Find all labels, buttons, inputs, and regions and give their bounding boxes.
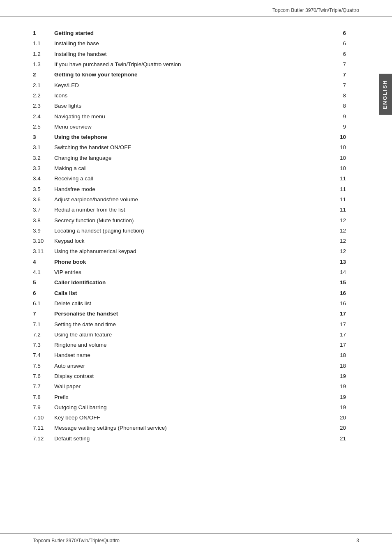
toc-page: 17	[331, 340, 346, 350]
toc-title: Outgoing Call barring	[54, 403, 331, 413]
footer-left: Topcom Butler 3970/Twin/Triple/Quattro	[33, 538, 120, 543]
toc-title: Icons	[54, 91, 331, 101]
toc-number: 1.1	[33, 39, 54, 49]
toc-title: Delete calls list	[54, 299, 331, 309]
toc-title: Keypad lock	[54, 236, 331, 246]
toc-row: 2.2Icons8	[33, 91, 346, 101]
toc-page: 12	[331, 236, 346, 246]
toc-table: 1Getting started61.1Installing the base6…	[33, 28, 346, 444]
toc-number: 1.2	[33, 49, 54, 60]
top-header: Topcom Butler 3970/Twin/Triple/Quattro	[0, 0, 392, 17]
toc-row: 7.8Prefix19	[33, 392, 346, 402]
toc-title: Caller Identification	[54, 278, 331, 288]
side-tab-english: ENGLISH	[379, 74, 392, 115]
toc-number: 7.1	[33, 319, 54, 329]
toc-page: 17	[331, 330, 346, 340]
toc-row: 6.1Delete calls list16	[33, 299, 346, 309]
toc-title: Using the alarm feature	[54, 330, 331, 340]
toc-title: Wall paper	[54, 382, 331, 392]
toc-number: 3.2	[33, 153, 54, 164]
toc-title: Key beep ON/OFF	[54, 413, 331, 423]
toc-number: 3.4	[33, 174, 54, 184]
footer-right: 3	[356, 538, 359, 543]
toc-number: 6.1	[33, 299, 54, 309]
toc-number: 3.3	[33, 164, 54, 174]
toc-page: 17	[331, 309, 346, 319]
toc-page: 18	[331, 350, 346, 361]
toc-row: 7.11Message waiting settings (Phonemail …	[33, 423, 346, 433]
toc-number: 7.12	[33, 434, 54, 444]
toc-number: 7	[33, 309, 54, 319]
toc-row: 4.1VIP entries14	[33, 267, 346, 278]
toc-row: 2.4Navigating the menu9	[33, 111, 346, 122]
toc-title: Receiving a call	[54, 174, 331, 184]
toc-row: 3.7Redial a number from the list11	[33, 205, 346, 215]
toc-number: 3.5	[33, 184, 54, 194]
toc-row: 7.10Key beep ON/OFF20	[33, 413, 346, 423]
toc-title: Navigating the menu	[54, 111, 331, 122]
toc-page: 9	[331, 111, 346, 122]
toc-row: 7.12Default setting21	[33, 434, 346, 444]
toc-title: Prefix	[54, 392, 331, 402]
toc-row: 3.6Adjust earpiece/handsfree volume11	[33, 195, 346, 205]
toc-title: Ringtone and volume	[54, 340, 331, 350]
toc-page: 19	[331, 403, 346, 413]
toc-page: 7	[331, 60, 346, 70]
toc-number: 2	[33, 70, 54, 80]
toc-page: 9	[331, 122, 346, 132]
toc-number: 3.6	[33, 195, 54, 205]
toc-page: 13	[331, 257, 346, 267]
toc-row: 3.3Making a call10	[33, 164, 346, 174]
toc-page: 11	[331, 184, 346, 194]
toc-title: Menu overview	[54, 122, 331, 132]
toc-page: 11	[331, 205, 346, 215]
toc-number: 7.6	[33, 371, 54, 382]
toc-page: 19	[331, 382, 346, 392]
toc-number: 3.8	[33, 215, 54, 226]
toc-title: If you have purchased a Twin/Triple/Quat…	[54, 60, 331, 70]
toc-number: 3.7	[33, 205, 54, 215]
toc-row: 2.1Keys/LED7	[33, 80, 346, 90]
toc-title: Default setting	[54, 434, 331, 444]
toc-row: 3.2Changing the language10	[33, 153, 346, 164]
toc-number: 7.7	[33, 382, 54, 392]
toc-row: 3.10Keypad lock12	[33, 236, 346, 246]
toc-row: 3.11Using the alphanumerical keypad12	[33, 246, 346, 257]
toc-row: 7.3Ringtone and volume17	[33, 340, 346, 350]
toc-number: 7.11	[33, 423, 54, 433]
toc-title: Handsfree mode	[54, 184, 331, 194]
toc-page: 19	[331, 371, 346, 382]
toc-number: 7.8	[33, 392, 54, 402]
toc-title: Display contrast	[54, 371, 331, 382]
toc-number: 7.9	[33, 403, 54, 413]
toc-number: 2.1	[33, 80, 54, 90]
toc-number: 3.1	[33, 143, 54, 153]
toc-page: 8	[331, 101, 346, 111]
toc-row: 1Getting started6	[33, 28, 346, 39]
toc-page: 17	[331, 319, 346, 329]
toc-row: 3Using the telephone10	[33, 132, 346, 143]
toc-row: 7.1Setting the date and time17	[33, 319, 346, 329]
toc-number: 7.4	[33, 350, 54, 361]
toc-page: 10	[331, 143, 346, 153]
toc-row: 4Phone book13	[33, 257, 346, 267]
toc-title: Personalise the handset	[54, 309, 331, 319]
toc-title: Redial a number from the list	[54, 205, 331, 215]
toc-title: Setting the date and time	[54, 319, 331, 329]
toc-number: 2.5	[33, 122, 54, 132]
toc-number: 2.4	[33, 111, 54, 122]
toc-row: 7.2Using the alarm feature17	[33, 330, 346, 340]
toc-number: 2.2	[33, 91, 54, 101]
toc-title: Installing the base	[54, 39, 331, 49]
toc-row: 3.8Secrecy function (Mute function)12	[33, 215, 346, 226]
toc-row: 7.4Handset name18	[33, 350, 346, 361]
toc-title: Locating a handset (paging function)	[54, 226, 331, 236]
toc-page: 14	[331, 267, 346, 278]
footer: Topcom Butler 3970/Twin/Triple/Quattro 3	[0, 533, 392, 543]
toc-title: Making a call	[54, 164, 331, 174]
toc-page: 6	[331, 39, 346, 49]
toc-number: 3.10	[33, 236, 54, 246]
toc-page: 8	[331, 91, 346, 101]
toc-row: 3.5Handsfree mode11	[33, 184, 346, 194]
toc-number: 7.5	[33, 361, 54, 371]
